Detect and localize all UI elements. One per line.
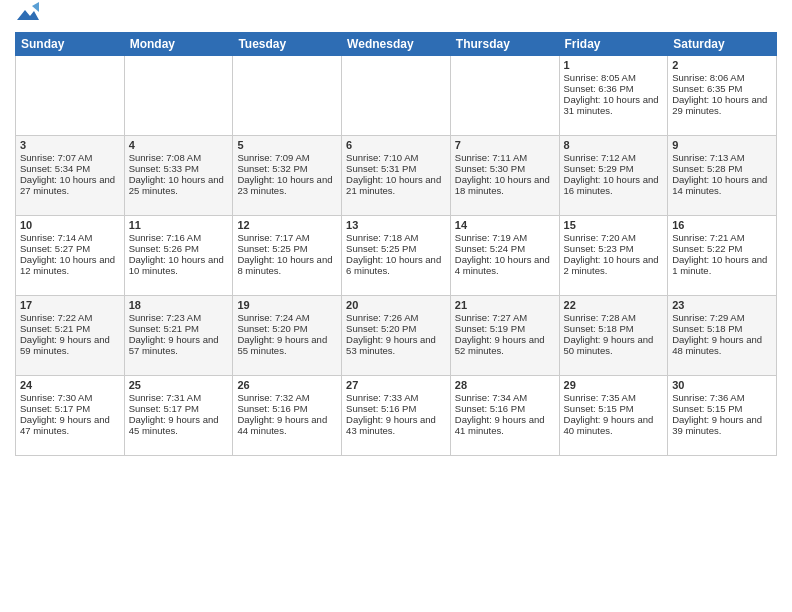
cell-content: Sunset: 5:16 PM <box>346 403 446 414</box>
cell-content: Daylight: 9 hours and 40 minutes. <box>564 414 664 436</box>
calendar-cell: 11Sunrise: 7:16 AMSunset: 5:26 PMDayligh… <box>124 216 233 296</box>
cell-content: Daylight: 10 hours and 16 minutes. <box>564 174 664 196</box>
calendar-page: SundayMondayTuesdayWednesdayThursdayFrid… <box>0 0 792 612</box>
cell-content: Sunset: 5:34 PM <box>20 163 120 174</box>
cell-content: Sunset: 5:25 PM <box>346 243 446 254</box>
cell-content: Sunrise: 7:08 AM <box>129 152 229 163</box>
calendar-week-row: 17Sunrise: 7:22 AMSunset: 5:21 PMDayligh… <box>16 296 777 376</box>
calendar-cell: 12Sunrise: 7:17 AMSunset: 5:25 PMDayligh… <box>233 216 342 296</box>
cell-content: Daylight: 9 hours and 57 minutes. <box>129 334 229 356</box>
calendar-cell: 6Sunrise: 7:10 AMSunset: 5:31 PMDaylight… <box>342 136 451 216</box>
day-number: 12 <box>237 219 337 231</box>
calendar-cell: 19Sunrise: 7:24 AMSunset: 5:20 PMDayligh… <box>233 296 342 376</box>
calendar-cell: 28Sunrise: 7:34 AMSunset: 5:16 PMDayligh… <box>450 376 559 456</box>
cell-content: Daylight: 10 hours and 8 minutes. <box>237 254 337 276</box>
calendar-cell: 7Sunrise: 7:11 AMSunset: 5:30 PMDaylight… <box>450 136 559 216</box>
day-number: 20 <box>346 299 446 311</box>
cell-content: Sunset: 5:30 PM <box>455 163 555 174</box>
calendar-cell: 16Sunrise: 7:21 AMSunset: 5:22 PMDayligh… <box>668 216 777 296</box>
day-number: 23 <box>672 299 772 311</box>
day-number: 13 <box>346 219 446 231</box>
calendar-cell: 24Sunrise: 7:30 AMSunset: 5:17 PMDayligh… <box>16 376 125 456</box>
calendar-cell: 29Sunrise: 7:35 AMSunset: 5:15 PMDayligh… <box>559 376 668 456</box>
cell-content: Daylight: 10 hours and 27 minutes. <box>20 174 120 196</box>
calendar-cell: 27Sunrise: 7:33 AMSunset: 5:16 PMDayligh… <box>342 376 451 456</box>
cell-content: Daylight: 9 hours and 41 minutes. <box>455 414 555 436</box>
weekday-header: Sunday <box>16 33 125 56</box>
logo <box>15 10 39 24</box>
calendar-week-row: 24Sunrise: 7:30 AMSunset: 5:17 PMDayligh… <box>16 376 777 456</box>
day-number: 8 <box>564 139 664 151</box>
cell-content: Daylight: 10 hours and 14 minutes. <box>672 174 772 196</box>
weekday-header: Monday <box>124 33 233 56</box>
cell-content: Daylight: 9 hours and 59 minutes. <box>20 334 120 356</box>
cell-content: Sunrise: 7:24 AM <box>237 312 337 323</box>
day-number: 3 <box>20 139 120 151</box>
cell-content: Sunrise: 7:23 AM <box>129 312 229 323</box>
cell-content: Daylight: 9 hours and 48 minutes. <box>672 334 772 356</box>
cell-content: Sunrise: 7:22 AM <box>20 312 120 323</box>
day-number: 15 <box>564 219 664 231</box>
day-number: 24 <box>20 379 120 391</box>
logo-icon <box>17 2 39 24</box>
cell-content: Daylight: 9 hours and 52 minutes. <box>455 334 555 356</box>
cell-content: Sunrise: 7:16 AM <box>129 232 229 243</box>
cell-content: Sunset: 5:18 PM <box>564 323 664 334</box>
day-number: 5 <box>237 139 337 151</box>
day-number: 4 <box>129 139 229 151</box>
calendar-cell: 22Sunrise: 7:28 AMSunset: 5:18 PMDayligh… <box>559 296 668 376</box>
day-number: 29 <box>564 379 664 391</box>
cell-content: Sunset: 5:17 PM <box>20 403 120 414</box>
day-number: 7 <box>455 139 555 151</box>
cell-content: Sunset: 5:17 PM <box>129 403 229 414</box>
day-number: 17 <box>20 299 120 311</box>
cell-content: Sunrise: 7:14 AM <box>20 232 120 243</box>
day-number: 14 <box>455 219 555 231</box>
day-number: 2 <box>672 59 772 71</box>
weekday-header: Friday <box>559 33 668 56</box>
cell-content: Sunrise: 7:31 AM <box>129 392 229 403</box>
calendar-cell: 14Sunrise: 7:19 AMSunset: 5:24 PMDayligh… <box>450 216 559 296</box>
calendar-cell: 15Sunrise: 7:20 AMSunset: 5:23 PMDayligh… <box>559 216 668 296</box>
calendar-week-row: 1Sunrise: 8:05 AMSunset: 6:36 PMDaylight… <box>16 56 777 136</box>
day-number: 18 <box>129 299 229 311</box>
cell-content: Sunset: 5:15 PM <box>564 403 664 414</box>
cell-content: Sunset: 5:28 PM <box>672 163 772 174</box>
cell-content: Sunset: 5:22 PM <box>672 243 772 254</box>
day-number: 30 <box>672 379 772 391</box>
day-number: 19 <box>237 299 337 311</box>
cell-content: Daylight: 10 hours and 31 minutes. <box>564 94 664 116</box>
day-number: 11 <box>129 219 229 231</box>
cell-content: Daylight: 10 hours and 21 minutes. <box>346 174 446 196</box>
cell-content: Sunset: 5:15 PM <box>672 403 772 414</box>
cell-content: Daylight: 9 hours and 43 minutes. <box>346 414 446 436</box>
cell-content: Daylight: 10 hours and 10 minutes. <box>129 254 229 276</box>
weekday-header: Saturday <box>668 33 777 56</box>
cell-content: Sunset: 5:21 PM <box>129 323 229 334</box>
svg-marker-1 <box>32 2 39 12</box>
weekday-header: Tuesday <box>233 33 342 56</box>
cell-content: Sunrise: 7:35 AM <box>564 392 664 403</box>
cell-content: Sunset: 5:21 PM <box>20 323 120 334</box>
cell-content: Daylight: 9 hours and 55 minutes. <box>237 334 337 356</box>
cell-content: Sunset: 6:35 PM <box>672 83 772 94</box>
calendar-cell: 10Sunrise: 7:14 AMSunset: 5:27 PMDayligh… <box>16 216 125 296</box>
cell-content: Sunrise: 7:13 AM <box>672 152 772 163</box>
cell-content: Daylight: 10 hours and 1 minute. <box>672 254 772 276</box>
cell-content: Sunrise: 7:32 AM <box>237 392 337 403</box>
cell-content: Sunset: 6:36 PM <box>564 83 664 94</box>
day-number: 21 <box>455 299 555 311</box>
calendar-cell: 30Sunrise: 7:36 AMSunset: 5:15 PMDayligh… <box>668 376 777 456</box>
svg-marker-0 <box>17 10 39 20</box>
cell-content: Sunrise: 7:12 AM <box>564 152 664 163</box>
cell-content: Daylight: 10 hours and 12 minutes. <box>20 254 120 276</box>
cell-content: Sunset: 5:23 PM <box>564 243 664 254</box>
calendar-week-row: 10Sunrise: 7:14 AMSunset: 5:27 PMDayligh… <box>16 216 777 296</box>
cell-content: Sunrise: 8:05 AM <box>564 72 664 83</box>
day-number: 6 <box>346 139 446 151</box>
day-number: 9 <box>672 139 772 151</box>
day-number: 28 <box>455 379 555 391</box>
cell-content: Sunset: 5:27 PM <box>20 243 120 254</box>
calendar-cell: 20Sunrise: 7:26 AMSunset: 5:20 PMDayligh… <box>342 296 451 376</box>
cell-content: Sunset: 5:18 PM <box>672 323 772 334</box>
